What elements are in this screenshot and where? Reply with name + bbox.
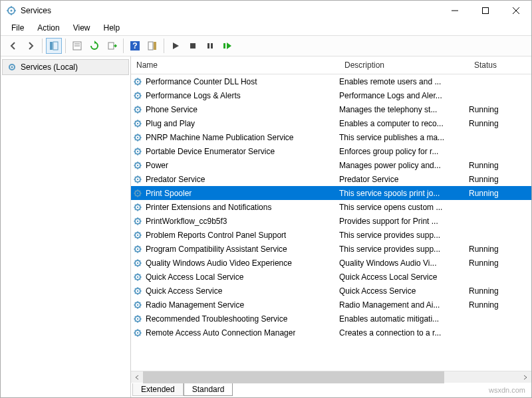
scroll-right-button[interactable] bbox=[519, 371, 531, 383]
service-row[interactable]: Predator ServicePredator ServiceRunning bbox=[131, 172, 531, 186]
service-row[interactable]: Quick Access ServiceQuick Access Service… bbox=[131, 284, 531, 298]
forward-button[interactable] bbox=[23, 38, 39, 54]
svg-point-137 bbox=[137, 234, 138, 235]
toolbar-separator bbox=[123, 39, 124, 53]
service-name: Program Compatibility Assistant Service bbox=[146, 245, 287, 254]
menu-view[interactable]: View bbox=[66, 22, 97, 34]
service-description: Performance Logs and Aler... bbox=[339, 91, 469, 100]
toolbar-separator bbox=[164, 39, 164, 53]
svg-point-87 bbox=[137, 164, 138, 165]
show-hide-action-pane-button[interactable] bbox=[144, 38, 160, 54]
service-status: Running bbox=[469, 258, 509, 268]
show-hide-tree-button[interactable] bbox=[46, 38, 62, 54]
svg-point-27 bbox=[137, 80, 138, 82]
svg-rect-19 bbox=[154, 42, 156, 50]
service-row[interactable]: Printer Extensions and NotificationsThis… bbox=[131, 200, 531, 214]
menubar: File Action View Help bbox=[1, 21, 531, 35]
details-pane: Name Description Status Performance Coun… bbox=[131, 56, 531, 397]
service-name: Performance Counter DLL Host bbox=[146, 77, 257, 86]
service-gear-icon bbox=[132, 188, 143, 199]
service-gear-icon bbox=[132, 244, 143, 254]
service-description: Manages power policy and... bbox=[339, 161, 469, 170]
pause-service-button[interactable] bbox=[202, 38, 218, 54]
export-button[interactable] bbox=[104, 38, 120, 54]
svg-point-197 bbox=[137, 318, 138, 319]
service-description: Quality Windows Audio Vi... bbox=[339, 258, 469, 268]
service-description: Enables a computer to reco... bbox=[339, 119, 469, 128]
refresh-button[interactable] bbox=[86, 38, 102, 54]
service-gear-icon bbox=[132, 104, 143, 115]
scrollbar-thumb[interactable] bbox=[143, 371, 444, 383]
svg-rect-15 bbox=[108, 43, 114, 49]
service-row[interactable]: Radio Management ServiceRadio Management… bbox=[131, 298, 531, 312]
scroll-left-button[interactable] bbox=[131, 371, 143, 383]
column-header-description[interactable]: Description bbox=[339, 56, 469, 74]
service-name: Printer Extensions and Notifications bbox=[146, 203, 271, 212]
service-row[interactable]: Program Compatibility Assistant ServiceT… bbox=[131, 242, 531, 256]
service-name: Quality Windows Audio Video Experience bbox=[146, 258, 292, 268]
service-row[interactable]: Remote Access Auto Connection ManagerCre… bbox=[131, 326, 531, 340]
service-row[interactable]: Phone ServiceManages the telephony st...… bbox=[131, 102, 531, 116]
close-button[interactable] bbox=[501, 1, 531, 21]
column-headers: Name Description Status bbox=[131, 56, 531, 74]
service-row[interactable]: Print SpoolerThis service spools print j… bbox=[131, 186, 531, 200]
service-name: Quick Access Local Service bbox=[146, 272, 243, 282]
tab-standard[interactable]: Standard bbox=[184, 383, 233, 396]
service-row[interactable]: Performance Counter DLL HostEnables remo… bbox=[131, 74, 531, 88]
services-app-icon bbox=[6, 5, 17, 16]
svg-rect-11 bbox=[53, 42, 58, 50]
service-gear-icon bbox=[132, 90, 143, 101]
start-service-button[interactable] bbox=[168, 38, 184, 54]
services-list-body[interactable]: Performance Counter DLL HostEnables remo… bbox=[131, 74, 531, 371]
service-description: Quick Access Service bbox=[339, 286, 469, 296]
svg-rect-21 bbox=[207, 43, 209, 49]
service-row[interactable]: Recommended Troubleshooting ServiceEnabl… bbox=[131, 312, 531, 326]
console-tree[interactable]: Services (Local) bbox=[1, 56, 131, 397]
service-row[interactable]: PNRP Machine Name Publication ServiceThi… bbox=[131, 130, 531, 144]
service-gear-icon bbox=[132, 146, 143, 157]
svg-point-117 bbox=[137, 206, 138, 207]
service-row[interactable]: Quality Windows Audio Video ExperienceQu… bbox=[131, 256, 531, 270]
maximize-button[interactable] bbox=[470, 1, 501, 21]
service-status: Running bbox=[469, 161, 509, 170]
minimize-button[interactable] bbox=[440, 1, 470, 21]
menu-help[interactable]: Help bbox=[97, 22, 127, 34]
service-gear-icon bbox=[132, 160, 143, 171]
svg-rect-20 bbox=[190, 43, 196, 49]
service-row[interactable]: PowerManages power policy and...Running bbox=[131, 158, 531, 172]
service-description: This service provides supp... bbox=[339, 245, 469, 254]
service-row[interactable]: Performance Logs & AlertsPerformance Log… bbox=[131, 88, 531, 102]
help-button[interactable]: ? bbox=[127, 38, 143, 54]
service-description: This service publishes a ma... bbox=[339, 133, 469, 142]
services-icon bbox=[7, 62, 17, 72]
tree-item-services-local[interactable]: Services (Local) bbox=[2, 59, 129, 75]
menu-file[interactable]: File bbox=[5, 22, 31, 34]
menu-action[interactable]: Action bbox=[31, 22, 66, 34]
service-row[interactable]: Plug and PlayEnables a computer to reco.… bbox=[131, 116, 531, 130]
scrollbar-track[interactable] bbox=[143, 371, 519, 383]
service-gear-icon bbox=[132, 230, 143, 241]
column-header-name[interactable]: Name bbox=[131, 56, 339, 74]
service-gear-icon bbox=[132, 272, 143, 282]
stop-service-button[interactable] bbox=[185, 38, 201, 54]
service-row[interactable]: Quick Access Local ServiceQuick Access L… bbox=[131, 270, 531, 284]
tab-extended[interactable]: Extended bbox=[132, 383, 184, 396]
service-status: Running bbox=[469, 119, 509, 128]
service-status: Running bbox=[469, 175, 509, 184]
column-header-status[interactable]: Status bbox=[469, 56, 509, 74]
service-row[interactable]: Portable Device Enumerator ServiceEnforc… bbox=[131, 144, 531, 158]
service-row[interactable]: Problem Reports Control Panel SupportThi… bbox=[131, 228, 531, 242]
properties-button[interactable] bbox=[69, 38, 85, 54]
service-name: Predator Service bbox=[146, 175, 205, 184]
svg-text:?: ? bbox=[132, 41, 137, 50]
service-name: PNRP Machine Name Publication Service bbox=[146, 133, 294, 142]
svg-point-187 bbox=[137, 304, 138, 305]
service-name: Print Spooler bbox=[146, 189, 192, 198]
service-description: This service provides supp... bbox=[339, 231, 469, 240]
back-button[interactable] bbox=[5, 38, 21, 54]
svg-point-67 bbox=[137, 136, 138, 138]
service-description: Provides support for Print ... bbox=[339, 217, 469, 226]
horizontal-scrollbar[interactable] bbox=[131, 371, 531, 383]
restart-service-button[interactable] bbox=[219, 38, 235, 54]
service-row[interactable]: PrintWorkflow_cc9b5f3Provides support fo… bbox=[131, 214, 531, 228]
